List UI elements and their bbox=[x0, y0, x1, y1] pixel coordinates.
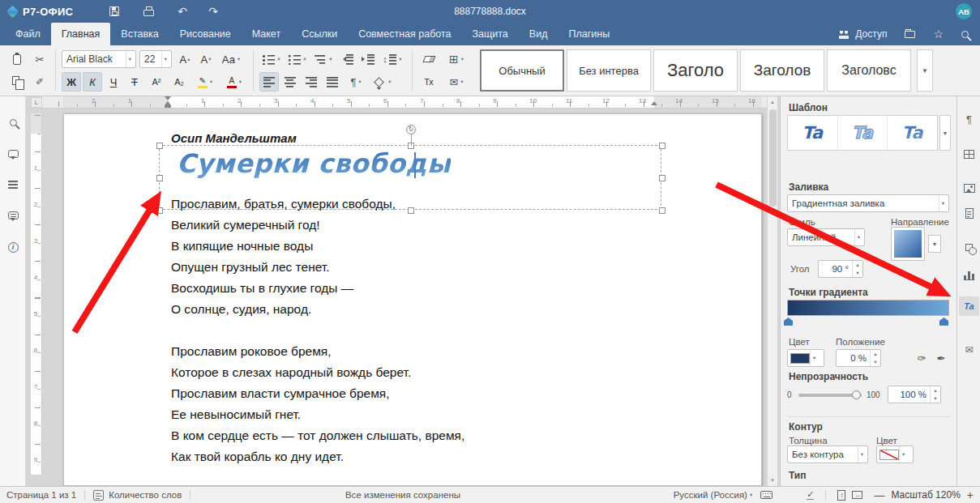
favorite-button[interactable]: ☆ bbox=[933, 28, 944, 40]
poem-line[interactable]: Прославим роковое бремя, bbox=[171, 341, 464, 362]
gradient-direction-dropdown[interactable]: ▼ bbox=[928, 235, 941, 253]
gradient-color-select[interactable]: ▾ bbox=[787, 349, 824, 367]
save-button[interactable] bbox=[104, 0, 125, 23]
italic-button[interactable]: К bbox=[83, 72, 102, 92]
opacity-slider-thumb[interactable] bbox=[852, 390, 861, 399]
font-color-button[interactable]: А ▾ bbox=[220, 72, 248, 92]
zoom-in-button[interactable]: + bbox=[967, 488, 974, 501]
right-indent-marker[interactable] bbox=[651, 98, 657, 105]
tab-stop-selector[interactable]: L bbox=[31, 97, 42, 108]
tab-рисование[interactable]: Рисование bbox=[169, 23, 242, 45]
position-decrease-button[interactable]: ▼ bbox=[871, 358, 880, 366]
poem-line[interactable]: Прославим власти сумрачное бремя, bbox=[171, 383, 464, 404]
align-justify-button[interactable] bbox=[323, 72, 342, 92]
find-button[interactable] bbox=[3, 113, 23, 132]
grow-font-button[interactable]: А▴ bbox=[175, 49, 195, 69]
align-right-button[interactable] bbox=[302, 72, 321, 92]
remove-gradient-point-button[interactable]: ✒ bbox=[933, 349, 949, 367]
line-spacing-button[interactable]: ▾ bbox=[379, 49, 405, 69]
opacity-increase-button[interactable]: ▲ bbox=[931, 386, 940, 394]
borders-button[interactable]: ⊞▾ bbox=[443, 49, 470, 69]
tab-макет[interactable]: Макет bbox=[242, 23, 291, 45]
access-button[interactable]: Доступ bbox=[837, 28, 887, 40]
language-selector[interactable]: Русский (Россия) ▾ bbox=[674, 490, 753, 500]
poem-line[interactable] bbox=[171, 320, 464, 341]
search-button[interactable] bbox=[961, 31, 969, 38]
paste-button[interactable] bbox=[6, 49, 28, 69]
spellcheck-button[interactable]: ✓ bbox=[807, 490, 814, 500]
gradient-style-select[interactable]: Линейный ▾ bbox=[787, 228, 865, 246]
poem-line[interactable]: О солнце, судия, народ. bbox=[171, 299, 464, 320]
nonprinting-characters-button[interactable]: ¶▾ bbox=[344, 72, 368, 92]
poem-line[interactable]: Опущен грузный лес тенет. bbox=[171, 257, 464, 278]
style-заголов[interactable]: Заголов bbox=[740, 49, 824, 92]
opacity-spinner[interactable]: 100 % ▲ ▼ bbox=[888, 386, 941, 403]
cut-button[interactable]: ✂ bbox=[29, 49, 50, 69]
underline-button[interactable]: Ч bbox=[104, 72, 123, 92]
increase-indent-button[interactable] bbox=[358, 49, 378, 69]
tab-файл[interactable]: Файл bbox=[5, 23, 51, 45]
opacity-decrease-button[interactable]: ▼ bbox=[931, 394, 940, 403]
highlight-color-button[interactable]: ✎ ▾ bbox=[191, 72, 219, 92]
about-button[interactable]: i bbox=[3, 237, 23, 257]
outline-thickness-select[interactable]: Без контура ▾ bbox=[787, 445, 868, 463]
font-name-select[interactable]: Arial Black ▾ bbox=[62, 50, 136, 68]
bold-button[interactable]: Ж bbox=[62, 72, 81, 92]
format-painter-button[interactable]: ✐ bbox=[29, 72, 50, 92]
poem-line[interactable]: Которое в слезах народный вождь берет. bbox=[171, 362, 464, 383]
align-left-button[interactable] bbox=[259, 72, 279, 92]
gradient-slider[interactable] bbox=[787, 300, 949, 316]
set-document-language-button[interactable] bbox=[760, 491, 772, 499]
word-count-status[interactable]: Количество слов bbox=[93, 490, 182, 501]
poem-line[interactable]: Ее невыносимый гнет. bbox=[171, 404, 464, 425]
clear-formatting-button[interactable]: Тх bbox=[418, 72, 439, 92]
scrollbar-thumb[interactable] bbox=[769, 109, 777, 207]
tab-ссылки[interactable]: Ссылки bbox=[291, 23, 348, 45]
image-settings-button[interactable] bbox=[959, 178, 979, 198]
left-indent-marker[interactable] bbox=[165, 98, 171, 105]
selection-handle-tr[interactable] bbox=[659, 143, 665, 149]
mail-merge-settings-button[interactable]: ✉ bbox=[959, 340, 979, 360]
add-gradient-point-button[interactable]: ✑ bbox=[914, 349, 930, 367]
style-gallery-expand-button[interactable]: ▼ bbox=[917, 49, 933, 92]
textart-template-2[interactable]: Ta bbox=[838, 116, 888, 150]
fill-type-select[interactable]: Градиентная заливка ▾ bbox=[787, 194, 949, 212]
shrink-font-button[interactable]: А▾ bbox=[196, 49, 216, 69]
redo-button[interactable]: ↷ bbox=[203, 0, 224, 23]
undo-button[interactable]: ↶ bbox=[172, 0, 193, 23]
change-case-button[interactable]: Аа▾ bbox=[217, 49, 245, 69]
comments-button[interactable] bbox=[3, 144, 23, 164]
selection-handle-ml[interactable] bbox=[156, 175, 163, 181]
superscript-button[interactable]: А² bbox=[146, 72, 167, 92]
poem-line[interactable]: Восходишь ты в глухие годы — bbox=[171, 278, 464, 299]
tab-защита[interactable]: Защита bbox=[462, 23, 519, 45]
selection-handle-mr[interactable] bbox=[659, 175, 665, 181]
poem-line[interactable]: Как твой корабль ко дну идет. bbox=[171, 446, 464, 467]
multilevel-list-button[interactable]: ▾ bbox=[311, 49, 336, 69]
copy-button[interactable] bbox=[6, 72, 28, 92]
opacity-slider[interactable] bbox=[798, 394, 862, 397]
page-number-status[interactable]: Страница 1 из 1 bbox=[6, 490, 76, 500]
header-footer-settings-button[interactable] bbox=[959, 203, 979, 223]
style-заголовс[interactable]: Заголовс bbox=[827, 49, 911, 92]
left-indent-handle[interactable] bbox=[165, 105, 171, 108]
decrease-indent-button[interactable] bbox=[337, 49, 357, 69]
font-size-select[interactable]: 22 ▾ bbox=[139, 50, 172, 68]
fit-width-button[interactable] bbox=[852, 491, 862, 499]
poem-line[interactable]: Великий сумеречный год! bbox=[171, 215, 464, 236]
mail-merge-button[interactable]: ✉▾ bbox=[443, 72, 470, 92]
rotation-handle[interactable]: ↻ bbox=[406, 125, 416, 134]
outline-color-select[interactable]: ▾ bbox=[876, 445, 914, 463]
print-button[interactable] bbox=[138, 0, 159, 23]
zoom-value[interactable]: Масштаб 120% bbox=[891, 489, 960, 501]
zoom-out-button[interactable]: — bbox=[874, 489, 884, 501]
gradient-direction-button[interactable] bbox=[891, 227, 925, 261]
author-line[interactable]: Осип Мандельштам bbox=[171, 131, 297, 145]
numbered-list-button[interactable]: ▾ bbox=[285, 49, 310, 69]
tab-плагины[interactable]: Плагины bbox=[558, 23, 620, 45]
position-spinner[interactable]: 0 % ▲ ▼ bbox=[836, 349, 881, 367]
tab-вид[interactable]: Вид bbox=[519, 23, 558, 45]
textart-template-1[interactable]: Ta bbox=[788, 116, 838, 150]
tab-главная[interactable]: Главная bbox=[51, 23, 111, 45]
selection-handle-bl[interactable] bbox=[156, 207, 163, 214]
